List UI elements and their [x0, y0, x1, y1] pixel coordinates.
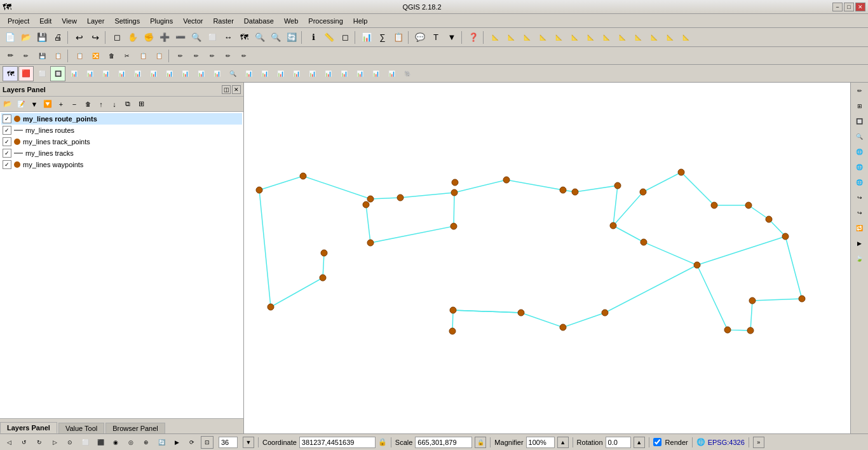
scale-lock-button[interactable]: 🔒 [475, 437, 486, 448]
rt-btn-7[interactable]: 🌐 [853, 175, 867, 189]
nav-btn11[interactable]: 🔄 [155, 436, 168, 449]
magnifier-up-button[interactable]: ▲ [557, 437, 569, 448]
tool8[interactable]: 📐 [599, 30, 614, 45]
duplicate-button[interactable]: ⧉ [121, 98, 134, 111]
new-project-button[interactable]: 📄 [3, 30, 18, 45]
plugin-btn-1[interactable]: 🗺 [3, 66, 18, 81]
group-button[interactable]: ⊞ [135, 98, 147, 111]
tool6[interactable]: 📐 [567, 30, 582, 45]
menu-database[interactable]: Database [239, 16, 279, 26]
pan-to-selected-button[interactable]: ✊ [141, 30, 156, 45]
tab-browser-panel[interactable]: Browser Panel [105, 423, 165, 433]
tool2[interactable]: 📐 [503, 30, 519, 45]
nav-btn5[interactable]: ⊙ [64, 436, 76, 449]
nav-btn6[interactable]: ⬜ [79, 436, 92, 449]
rotation-input[interactable] [606, 437, 631, 448]
tool3[interactable]: 📐 [519, 30, 534, 45]
zoom-to-selection-button[interactable]: ↔ [220, 30, 236, 45]
paste-features-button[interactable]: 📋 [151, 48, 166, 64]
nav-undo-rotate[interactable]: ↺ [18, 436, 31, 449]
add-feature-button[interactable]: 📋 [72, 48, 87, 64]
tool4[interactable]: 📐 [535, 30, 550, 45]
rt-btn-6[interactable]: 🌐 [853, 160, 867, 174]
zoom-to-layer-button[interactable]: 🗺 [236, 30, 252, 45]
status-more-button[interactable]: » [753, 437, 764, 448]
menu-project[interactable]: Project [3, 16, 34, 26]
edit-adv5[interactable]: ✏ [236, 48, 252, 64]
remove-layer-button[interactable]: 🗑 [81, 98, 94, 111]
pencil-button[interactable]: ✏ [3, 48, 18, 64]
close-button[interactable]: ✕ [855, 3, 865, 11]
nav-btn8[interactable]: ◉ [109, 436, 122, 449]
menu-vector[interactable]: Vector [178, 16, 208, 26]
rotation-up-button[interactable]: ▲ [634, 437, 645, 448]
nav-btn14[interactable]: ⊡ [201, 436, 214, 449]
move-feature-button[interactable]: 🔀 [88, 48, 103, 64]
rt-btn-8[interactable]: ↪ [853, 191, 867, 205]
save-as-button[interactable]: 🖨 [50, 30, 65, 45]
collapse-all-button[interactable]: − [68, 98, 81, 111]
coordinate-input[interactable] [299, 437, 376, 448]
rt-btn-1[interactable]: ✏ [853, 84, 867, 98]
nav-btn10[interactable]: ⊕ [140, 436, 153, 449]
rt-btn-12[interactable]: 🍃 [853, 252, 867, 266]
measure-button[interactable]: 📏 [322, 30, 337, 45]
layer-item-route_points[interactable]: my_lines route_points [1, 113, 242, 125]
tool10[interactable]: 📐 [630, 30, 646, 45]
redo-button[interactable]: ↩ [88, 30, 103, 45]
plugin-btn-10[interactable]: 📊 [146, 66, 161, 81]
edit-adv1[interactable]: ✏ [173, 48, 188, 64]
plugin-btn-4[interactable]: 🔲 [50, 66, 65, 81]
stat-summary-button[interactable]: ∑ [375, 30, 390, 45]
add-annotation-button[interactable]: 💬 [412, 30, 428, 45]
layers-restore-button[interactable]: ◫ [222, 85, 231, 94]
open-project-button[interactable]: 📂 [18, 30, 34, 45]
nav-btn7[interactable]: ⬛ [94, 436, 107, 449]
edit-nodes-button[interactable]: ✏ [18, 48, 34, 64]
copy-features-button[interactable]: 📋 [135, 48, 151, 64]
zoom-in-button[interactable]: ➕ [157, 30, 172, 45]
nav-btn12[interactable]: ▶ [170, 436, 183, 449]
layer-notes-button[interactable]: 📋 [391, 30, 406, 45]
plugin-btn-7[interactable]: 📊 [98, 66, 113, 81]
pan-map-button[interactable]: ✋ [125, 30, 140, 45]
plugin-btn-17[interactable]: 📊 [257, 66, 272, 81]
refresh-button[interactable]: 🔄 [284, 30, 299, 45]
zoom-next-button[interactable]: 🔍 [268, 30, 283, 45]
plugin-btn-11[interactable]: 📊 [161, 66, 177, 81]
plugin-btn-15[interactable]: 🔍 [225, 66, 240, 81]
help-button[interactable]: ❓ [466, 30, 481, 45]
save-project-button[interactable]: 💾 [34, 30, 50, 45]
plugin-btn-12[interactable]: 📊 [177, 66, 193, 81]
edit-adv3[interactable]: ✏ [205, 48, 220, 64]
move-up-button[interactable]: ↑ [95, 98, 107, 111]
plugin-btn-8[interactable]: 📊 [114, 66, 129, 81]
magnifier-input[interactable] [526, 437, 555, 448]
nav-back-button[interactable]: ◁ [3, 436, 15, 449]
layers-close-button[interactable]: ✕ [232, 85, 241, 94]
save-edits-button[interactable]: 💾 [34, 48, 50, 64]
layer-filter2-button[interactable]: 🔽 [41, 98, 54, 111]
layer-checkbox-routes[interactable] [3, 126, 11, 135]
layer-checkbox-route_points[interactable] [3, 114, 11, 123]
layer-item-waypoints[interactable]: my_lines waypoints [1, 159, 242, 170]
layer-checkbox-tracks[interactable] [3, 149, 11, 158]
plugin-btn-16[interactable]: 📊 [241, 66, 256, 81]
menu-settings[interactable]: Settings [109, 16, 145, 26]
tool11[interactable]: 📐 [646, 30, 661, 45]
layer-filter-button[interactable]: ▼ [28, 98, 41, 111]
move-down-button[interactable]: ↓ [108, 98, 121, 111]
select-features-button[interactable]: ◻ [109, 30, 125, 45]
zoom-rubber-band-button[interactable]: 🔍 [189, 30, 204, 45]
tab-value-tool[interactable]: Value Tool [58, 423, 104, 433]
zoom-dropdown-button[interactable]: ▼ [243, 437, 254, 448]
delete-selected-button[interactable]: 🗑 [104, 48, 119, 64]
zoom-last-button[interactable]: 🔍 [252, 30, 268, 45]
layer-item-routes[interactable]: my_lines routes [1, 125, 242, 136]
menu-processing[interactable]: Processing [303, 16, 348, 26]
rt-btn-4[interactable]: 🔍 [853, 130, 867, 144]
plugin-btn-2[interactable]: 🟥 [18, 66, 34, 81]
rt-btn-9[interactable]: ↪ [853, 206, 867, 220]
plugin-btn-24[interactable]: 📊 [368, 66, 383, 81]
menu-web[interactable]: Web [279, 16, 303, 26]
